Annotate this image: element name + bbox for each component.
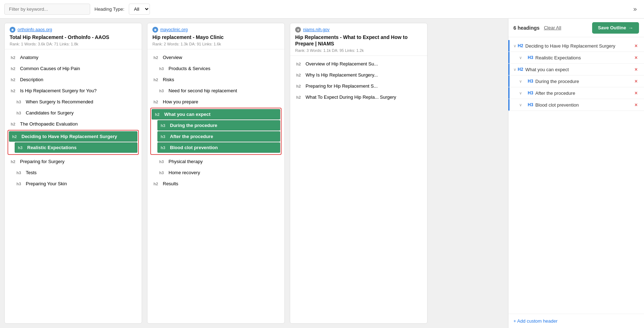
chevron-icon[interactable]: ∨	[513, 44, 516, 48]
site-url-aaos[interactable]: orthoinfo.aaos.org	[18, 27, 52, 32]
article-card-aaos: ◉ orthoinfo.aaos.org Total Hip Replaceme…	[4, 23, 142, 324]
article-meta-aaos: Rank: 1 Words: 3.6k DA: 71 Links: 1.8k	[10, 42, 137, 46]
top-bar: Heading Type: All H2 H3 »	[0, 0, 644, 19]
site-row-niams: ◈ niams.nih.gov	[295, 27, 422, 33]
heading-item[interactable]: h3 Home recovery	[156, 167, 282, 178]
site-icon-aaos: ◉	[10, 27, 15, 33]
right-panel: 6 headings Clear All Save Outline → ∨ H2…	[508, 19, 644, 328]
article-card-mayo: ◉ mayoclinic.org Hip replacement - Mayo …	[147, 23, 285, 324]
headings-count: 6 headings	[513, 25, 540, 31]
left-bar	[508, 75, 509, 87]
chevron-icon[interactable]: ∨	[519, 55, 522, 60]
heading-item[interactable]: h2 Risks	[150, 74, 282, 85]
heading-item[interactable]: h3 When Surgery Is Recommended	[13, 97, 139, 107]
chevron-icon[interactable]: ∨	[519, 91, 522, 96]
remove-button[interactable]: ×	[633, 67, 639, 72]
chevron-icon[interactable]: ∨	[519, 103, 522, 107]
heading-item[interactable]: h3 Tests	[13, 167, 139, 178]
heading-type-label: Heading Type:	[94, 6, 125, 12]
outline-item-text: Realistic Expectations	[535, 55, 630, 60]
heading-item[interactable]: h2 Overview of Hip Replacement Su...	[293, 59, 424, 69]
site-icon-niams: ◈	[295, 27, 301, 33]
outline-list: ∨ H2 Deciding to Have Hip Replacement Su…	[508, 37, 644, 314]
article-body-mayo: h2 Overview h3 Products & Services h2 Ri…	[147, 49, 284, 323]
remove-button[interactable]: ×	[633, 43, 639, 49]
article-title-aaos: Total Hip Replacement - OrthoInfo - AAOS	[10, 34, 137, 40]
heading-item[interactable]: h2 Preparing for Hip Replacement S...	[293, 81, 424, 91]
heading-item[interactable]: h3 Candidates for Surgery	[13, 108, 139, 118]
site-row-mayo: ◉ mayoclinic.org	[152, 27, 279, 33]
article-header-niams: ◈ niams.nih.gov Hip Replacements - What …	[290, 23, 427, 56]
article-header-mayo: ◉ mayoclinic.org Hip replacement - Mayo …	[147, 23, 284, 49]
outline-group-aaos: h2 Deciding to Have Hip Replacement Surg…	[8, 130, 139, 155]
outline-level: H3	[528, 102, 533, 107]
heading-item[interactable]: h2 Is Hip Replacement Surgery for You?	[8, 85, 139, 96]
site-url-niams[interactable]: niams.nih.gov	[303, 27, 330, 32]
heading-item-selected[interactable]: h2 What you can expect	[152, 109, 280, 119]
outline-item-text: Deciding to Have Hip Replacement Surgery	[525, 43, 630, 49]
filter-input[interactable]	[4, 4, 90, 15]
outline-level: H2	[518, 43, 523, 48]
outline-item: ∨ H3 After the procedure ×	[508, 87, 644, 99]
heading-item[interactable]: h2 Description	[8, 74, 139, 85]
heading-item[interactable]: h3 Need for second hip replacement	[156, 85, 282, 96]
outline-item-text: During the procedure	[535, 79, 630, 84]
heading-item[interactable]: h2 Anatomy	[8, 52, 139, 63]
heading-item-selected[interactable]: h3 Realistic Expectations	[15, 142, 137, 153]
outline-item: ∨ H2 What you can expect ×	[508, 64, 644, 75]
site-icon-mayo: ◉	[152, 27, 158, 33]
chevron-icon[interactable]: ∨	[513, 67, 516, 72]
heading-item[interactable]: h2 How you prepare	[150, 97, 282, 107]
article-meta-niams: Rank: 3 Words: 1.1k DA: 95 Links: 1.2k	[295, 48, 422, 53]
outline-item: ∨ H3 During the procedure ×	[508, 75, 644, 87]
heading-item[interactable]: h2 Preparing for Surgery	[8, 156, 139, 167]
article-title-mayo: Hip replacement - Mayo Clinic	[152, 34, 279, 40]
article-meta-mayo: Rank: 2 Words: 1.3k DA: 91 Links: 1.6k	[152, 42, 279, 46]
heading-item[interactable]: h2 Common Causes of Hip Pain	[8, 63, 139, 74]
right-panel-header: 6 headings Clear All Save Outline →	[508, 19, 644, 37]
columns-area: ◉ orthoinfo.aaos.org Total Hip Replaceme…	[0, 19, 508, 328]
heading-item[interactable]: h3 Products & Services	[156, 63, 282, 74]
article-title-niams: Hip Replacements - What to Expect and Ho…	[295, 34, 422, 47]
article-card-niams: ◈ niams.nih.gov Hip Replacements - What …	[290, 23, 428, 324]
add-custom-header[interactable]: + Add custom header	[508, 314, 644, 328]
heading-item-selected[interactable]: h3 During the procedure	[157, 120, 280, 131]
clear-all-button[interactable]: Clear All	[544, 25, 561, 30]
heading-item[interactable]: h2 Results	[150, 178, 282, 189]
outline-level: H2	[518, 67, 523, 72]
remove-button[interactable]: ×	[633, 102, 639, 108]
heading-type-select[interactable]: All H2 H3	[129, 4, 150, 15]
left-bar	[508, 52, 509, 63]
outline-item-text: What you can expect	[525, 67, 630, 72]
outline-item-text: Blood clot prevention	[535, 102, 630, 108]
article-body-aaos: h2 Anatomy h2 Common Causes of Hip Pain …	[5, 49, 142, 323]
outline-item: ∨ H3 Blood clot prevention ×	[508, 99, 644, 111]
article-body-niams: h2 Overview of Hip Replacement Su... h2 …	[290, 56, 427, 323]
remove-button[interactable]: ×	[633, 55, 639, 60]
outline-item-text: After the procedure	[535, 90, 630, 96]
left-bar	[508, 40, 509, 52]
arrow-icon: →	[628, 25, 633, 31]
outline-level: H3	[528, 55, 533, 60]
site-row-aaos: ◉ orthoinfo.aaos.org	[10, 27, 137, 33]
heading-item-selected[interactable]: h2 Deciding to Have Hip Replacement Surg…	[9, 131, 137, 142]
heading-item[interactable]: h2 What To Expect During Hip Repla... Su…	[293, 92, 424, 102]
remove-button[interactable]: ×	[633, 78, 639, 84]
heading-item[interactable]: h2 Why Is Hip Replacement Surgery...	[293, 70, 424, 80]
left-bar	[508, 87, 509, 99]
outline-item: ∨ H3 Realistic Expectations ×	[508, 52, 644, 64]
site-url-mayo[interactable]: mayoclinic.org	[160, 27, 188, 32]
remove-button[interactable]: ×	[633, 90, 639, 96]
chevron-icon[interactable]: ∨	[519, 79, 522, 84]
heading-item-selected[interactable]: h3 After the procedure	[157, 131, 280, 142]
expand-button[interactable]: »	[630, 4, 640, 14]
left-bar	[508, 64, 509, 75]
heading-item[interactable]: h3 Physical therapy	[156, 156, 282, 167]
save-outline-button[interactable]: Save Outline →	[592, 22, 639, 34]
heading-item-selected[interactable]: h3 Blood clot prevention	[157, 142, 280, 153]
heading-item[interactable]: h2 The Orthopaedic Evaluation	[8, 119, 139, 129]
main-layout: ◉ orthoinfo.aaos.org Total Hip Replaceme…	[0, 19, 644, 328]
heading-item[interactable]: h3 Preparing Your Skin	[13, 178, 139, 189]
heading-item[interactable]: h2 Overview	[150, 52, 282, 63]
outline-group-mayo: h2 What you can expect h3 During the pro…	[150, 108, 282, 155]
